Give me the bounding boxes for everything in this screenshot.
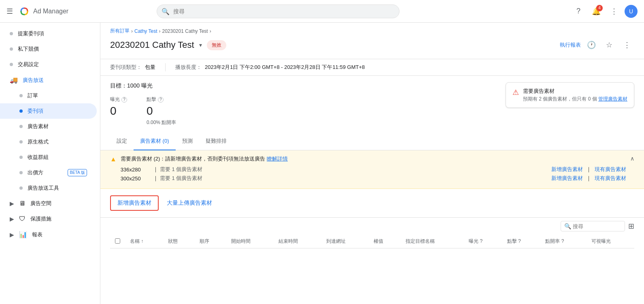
table-search-icon: 🔍 xyxy=(564,223,571,229)
impressions-value: 0 xyxy=(110,105,127,118)
expand-icon: ▶ xyxy=(10,231,14,238)
breadcrumb: 所有訂單 › Cathy Test › 20230201 Cathy Test … xyxy=(100,23,644,36)
col-start-time: 開始時間 xyxy=(226,235,274,248)
order-type-label: 委刊項類型： xyxy=(110,64,142,71)
sidebar-item-label: 交易設定 xyxy=(18,61,87,68)
existing-creative-link-0[interactable]: 現有廣告素材 xyxy=(595,166,626,173)
dot-icon xyxy=(10,32,13,35)
help-button[interactable]: ? xyxy=(571,4,586,19)
sidebar-item-ad-delivery[interactable]: 🚚 廣告放送 xyxy=(0,72,97,88)
clicks-value: 0 xyxy=(147,105,176,118)
history-button[interactable]: 🕐 xyxy=(584,38,599,52)
breadcrumb-cathy-test[interactable]: Cathy Test xyxy=(134,28,157,34)
more-options-button[interactable]: ⋮ xyxy=(607,4,621,19)
impressions-label: 曝光 ? xyxy=(110,96,127,103)
warning-row-1: 300x250 ｜ 需要 1 個廣告素材 新增廣告素材 ｜ 現有廣告素材 xyxy=(121,175,626,182)
alert-manage-link[interactable]: 管理廣告素材 xyxy=(598,96,627,102)
sidebar-item-label: 廣告放送 xyxy=(23,77,87,84)
order-type-cell: 委刊項類型： 包量 xyxy=(110,64,155,71)
warning-learn-link[interactable]: 瞭解詳情 xyxy=(267,156,288,162)
col-clicks: 點擊 ? xyxy=(502,235,541,248)
sidebar-item-proposals[interactable]: 提案委刊項 xyxy=(0,26,97,41)
search-wrap: 🔍 xyxy=(157,4,400,18)
sidebar-item-label: 廣告放送工具 xyxy=(28,184,87,192)
table-search-input[interactable] xyxy=(573,223,621,229)
impressions-stat: 曝光 ? 0 xyxy=(110,96,127,126)
select-all-checkbox[interactable] xyxy=(115,238,120,244)
warning-rows: 336x280 ｜ 需要 1 個廣告素材 新增廣告素材 ｜ 現有廣告素材 300… xyxy=(121,166,626,182)
notifications-button[interactable]: 🔔 4 xyxy=(589,4,604,19)
title-dropdown-arrow[interactable]: ▾ xyxy=(199,42,202,48)
logo: Ad Manager xyxy=(18,5,68,18)
breadcrumb-current: 20230201 Cathy Test xyxy=(162,28,208,34)
sidebar-item-native[interactable]: 原生格式 xyxy=(0,134,97,150)
more-button[interactable]: ⋮ xyxy=(620,38,634,52)
dot-icon xyxy=(19,156,23,159)
sidebar: 提案委刊項 私下競價 交易設定 🚚 廣告放送 訂單 委刊項 廣告素材 原生格式 xyxy=(0,23,100,304)
warning-collapse-button[interactable]: ∧ xyxy=(630,155,634,162)
sidebar-item-reports[interactable]: ▶ 📊 報表 xyxy=(0,227,100,242)
sidebar-item-protection[interactable]: ▶ 🛡 保護措施 xyxy=(0,211,100,227)
desc-0: 需要 1 個廣告素材 xyxy=(160,166,202,173)
breadcrumb-sep1: › xyxy=(131,28,133,34)
bulk-upload-button[interactable]: 大量上傳廣告素材 xyxy=(162,196,217,210)
star-button[interactable]: ☆ xyxy=(602,38,616,52)
exec-report-button[interactable]: 執行報表 xyxy=(560,41,581,49)
sidebar-item-label: 廣告空間 xyxy=(30,200,51,207)
alert-icon: ⚠ xyxy=(512,88,519,97)
sidebar-item-label: 收益群組 xyxy=(28,154,87,161)
warning-title: 需要廣告素材 (2)：請新增廣告素材，否則委刊項無法放送廣告 瞭解詳情 xyxy=(121,155,626,163)
info-row: 委刊項類型： 包量 播放長度： 2023年2月1日 下午2:00 GMT+8 -… xyxy=(100,59,644,76)
size-label-1: 300x250 xyxy=(121,176,153,182)
col-weight: 權值 xyxy=(369,235,400,248)
col-destination: 到達網址 xyxy=(321,235,369,248)
tab-settings[interactable]: 設定 xyxy=(110,133,134,150)
col-end-time: 結束時間 xyxy=(274,235,321,248)
dot-active-icon xyxy=(19,109,23,113)
sidebar-item-private-auction[interactable]: 私下競價 xyxy=(0,41,97,57)
col-target-name: 指定目標名稱 xyxy=(401,235,464,248)
hamburger-menu[interactable]: ☰ xyxy=(6,7,13,16)
add-creative-button[interactable]: 新增廣告素材 xyxy=(110,195,159,211)
tab-troubleshoot[interactable]: 疑難排排 xyxy=(199,133,233,150)
col-viewable: 可視曝光 xyxy=(587,235,634,248)
header-actions: 執行報表 🕐 ☆ ⋮ xyxy=(560,38,634,52)
avatar[interactable]: U xyxy=(625,5,638,18)
col-name[interactable]: 名稱 ↑ xyxy=(125,235,163,248)
sidebar-item-orders[interactable]: 訂單 xyxy=(0,88,97,103)
alert-title: 需要廣告素材 xyxy=(523,88,627,95)
search-icon: 🔍 xyxy=(162,7,170,15)
sidebar-item-label: 報表 xyxy=(32,231,43,238)
sidebar-item-trade-settings[interactable]: 交易設定 xyxy=(0,57,97,72)
add-creative-link-0[interactable]: 新增廣告素材 xyxy=(551,166,583,173)
sidebar-item-label: 出價方 xyxy=(28,169,63,176)
page-header: 20230201 Cathy Test ▾ 無效 執行報表 🕐 ☆ ⋮ xyxy=(100,36,644,59)
clicks-label: 點擊 ? xyxy=(147,96,176,103)
dot-icon xyxy=(19,125,23,128)
sidebar-item-delivery-tools[interactable]: 廣告放送工具 xyxy=(0,180,97,196)
grid-view-button[interactable]: ⊞ xyxy=(628,222,634,231)
breadcrumb-all-orders[interactable]: 所有訂單 xyxy=(110,28,130,34)
sidebar-item-bidder[interactable]: 出價方 BETA 版 xyxy=(0,165,97,180)
alert-card: ⚠ 需要廣告素材 預期有 2 個廣告素材，但只有 0 個 管理廣告素材 xyxy=(506,82,634,108)
tab-creatives[interactable]: 廣告素材 (0) xyxy=(134,133,176,150)
duration-label: 播放長度： xyxy=(175,64,202,71)
existing-creative-link-1[interactable]: 現有廣告素材 xyxy=(595,175,626,182)
select-all-col xyxy=(110,235,125,248)
col-impressions: 曝光 ? xyxy=(464,235,502,248)
add-creative-link-1[interactable]: 新增廣告素材 xyxy=(551,175,583,182)
sidebar-item-line-items[interactable]: 委刊項 xyxy=(0,103,97,119)
page-title: 20230201 Cathy Test xyxy=(110,40,194,50)
clicks-help-icon[interactable]: ? xyxy=(158,97,164,103)
sidebar-item-creatives[interactable]: 廣告素材 xyxy=(0,119,97,134)
notification-badge: 4 xyxy=(596,5,603,11)
desc-1: 需要 1 個廣告素材 xyxy=(160,175,202,182)
impressions-help-icon[interactable]: ? xyxy=(121,97,127,103)
alert-desc: 預期有 2 個廣告素材，但只有 0 個 管理廣告素材 xyxy=(523,96,627,103)
topbar: ☰ Ad Manager 🔍 ? 🔔 4 ⋮ U xyxy=(0,0,644,23)
tab-forecast[interactable]: 預測 xyxy=(176,133,199,150)
clicks-stat: 點擊 ? 0 0.00% 點開率 xyxy=(147,96,176,126)
sidebar-item-audience[interactable]: 收益群組 xyxy=(0,150,97,165)
search-input[interactable] xyxy=(157,4,400,18)
sidebar-item-ad-space[interactable]: ▶ 🖥 廣告空間 xyxy=(0,196,100,211)
